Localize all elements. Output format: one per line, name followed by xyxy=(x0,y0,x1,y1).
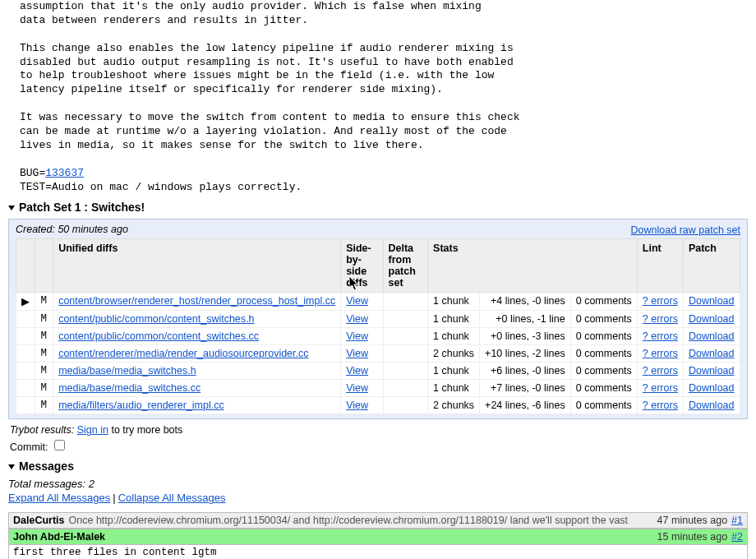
lint-errors-link[interactable]: ? errors xyxy=(643,382,678,394)
view-link[interactable]: View xyxy=(346,400,368,411)
download-patch-link[interactable]: Download xyxy=(689,400,735,411)
download-patch-link[interactable]: Download xyxy=(689,348,735,359)
chevron-down-icon xyxy=(8,206,15,210)
stats-delta: +24 lines, -6 lines xyxy=(480,397,571,414)
download-raw-link[interactable]: Download raw patch set xyxy=(631,224,740,236)
download-patch-link[interactable]: Download xyxy=(689,295,735,307)
commit-checkbox[interactable] xyxy=(54,440,65,450)
file-path-link[interactable]: content/renderer/media/render_audiosourc… xyxy=(58,348,308,359)
lint-errors-link[interactable]: ? errors xyxy=(643,295,678,307)
trybot-signin-link[interactable]: Sign in xyxy=(77,424,108,436)
message-anchor-link[interactable]: #1 xyxy=(731,515,743,526)
stats-chunks: 2 chunks xyxy=(428,345,480,363)
message-anchor-link[interactable]: #2 xyxy=(731,531,743,543)
download-patch-link[interactable]: Download xyxy=(689,365,735,377)
col-delta: Delta from patch set xyxy=(383,239,428,293)
table-row: ▶Mcontent/browser/renderer_host/render_p… xyxy=(16,293,740,311)
message-age: 15 minutes ago xyxy=(657,531,727,543)
stats-chunks: 1 chunk xyxy=(428,363,480,380)
stats-comments: 0 comments xyxy=(570,293,637,311)
lint-errors-link[interactable]: ? errors xyxy=(643,313,678,325)
message-snippet: Once http://codereview.chromium.org/1115… xyxy=(69,515,653,526)
trybot-results: Trybot results: Sign in to try more bots xyxy=(10,424,748,436)
file-path-link[interactable]: media/filters/audio_renderer_impl.cc xyxy=(58,400,224,411)
stats-comments: 0 comments xyxy=(570,311,637,328)
view-link[interactable]: View xyxy=(346,348,368,359)
expand-row-icon[interactable] xyxy=(16,363,35,380)
expand-row-icon[interactable] xyxy=(16,311,35,328)
stats-comments: 0 comments xyxy=(570,328,637,345)
view-link[interactable]: View xyxy=(346,365,368,377)
commit-row: Commit: xyxy=(10,437,748,453)
patchset-created: Created: 50 minutes ago xyxy=(16,224,128,235)
file-path-link[interactable]: media/base/media_switches.cc xyxy=(58,382,201,394)
messages-controls: Expand All Messages|Collapse All Message… xyxy=(8,492,748,504)
table-row: Mcontent/public/common/content_switches.… xyxy=(16,311,740,328)
stats-chunks: 1 chunk xyxy=(428,380,480,397)
stats-delta: +10 lines, -2 lines xyxy=(480,345,571,363)
message-header[interactable]: DaleCurtisOnce http://codereview.chromiu… xyxy=(8,512,748,529)
expand-row-icon[interactable] xyxy=(16,345,35,363)
view-link[interactable]: View xyxy=(346,330,368,342)
download-patch-link[interactable]: Download xyxy=(689,330,735,342)
file-status: M xyxy=(35,293,53,311)
file-path-link[interactable]: content/public/common/content_switches.c… xyxy=(58,330,259,342)
stats-chunks: 1 chunk xyxy=(428,293,480,311)
commit-description: assumption that it's the only audio prov… xyxy=(8,0,748,194)
col-unified: Unified diffs xyxy=(53,239,341,293)
expand-row-icon[interactable] xyxy=(16,328,35,345)
lint-errors-link[interactable]: ? errors xyxy=(643,348,678,359)
expand-row-icon[interactable]: ▶ xyxy=(16,293,35,311)
file-status: M xyxy=(35,328,53,345)
message-age: 47 minutes ago xyxy=(657,515,727,526)
table-row: Mcontent/public/common/content_switches.… xyxy=(16,328,740,345)
stats-delta: +4 lines, -0 lines xyxy=(480,293,571,311)
lint-errors-link[interactable]: ? errors xyxy=(643,400,678,411)
expand-all-link[interactable]: Expand All Messages xyxy=(8,492,110,504)
stats-comments: 0 comments xyxy=(570,380,637,397)
file-path-link[interactable]: content/browser/renderer_host/render_pro… xyxy=(58,295,335,307)
view-link[interactable]: View xyxy=(346,295,368,307)
messages-total: Total messages: 2 xyxy=(8,478,748,490)
message-author: DaleCurtis xyxy=(13,515,65,526)
message-header[interactable]: John Abd-El-Malek15 minutes ago#2 xyxy=(8,529,748,545)
messages-heading[interactable]: Messages xyxy=(8,460,748,473)
lint-errors-link[interactable]: ? errors xyxy=(643,365,678,377)
col-patch: Patch xyxy=(683,239,740,293)
file-path-link[interactable]: media/base/media_switches.h xyxy=(58,365,196,377)
file-status: M xyxy=(35,380,53,397)
bug-link[interactable]: 133637 xyxy=(45,167,84,179)
col-stats: Stats xyxy=(428,239,638,293)
view-link[interactable]: View xyxy=(346,382,368,394)
stats-comments: 0 comments xyxy=(570,345,637,363)
table-row: Mmedia/filters/audio_renderer_impl.ccVie… xyxy=(16,397,740,414)
stats-delta: +0 lines, -3 lines xyxy=(480,328,571,345)
table-row: Mmedia/base/media_switches.ccView1 chunk… xyxy=(16,380,740,397)
lint-errors-link[interactable]: ? errors xyxy=(643,330,678,342)
collapse-all-link[interactable]: Collapse All Messages xyxy=(118,492,226,504)
expand-row-icon[interactable] xyxy=(16,380,35,397)
stats-comments: 0 comments xyxy=(570,363,637,380)
stats-comments: 0 comments xyxy=(570,397,637,414)
stats-chunks: 2 chunks xyxy=(428,397,480,414)
expand-row-icon[interactable] xyxy=(16,397,35,414)
stats-delta: +6 lines, -0 lines xyxy=(480,363,571,380)
file-path-link[interactable]: content/public/common/content_switches.h xyxy=(58,313,254,325)
patchset-heading[interactable]: Patch Set 1 : Switches! xyxy=(8,201,748,214)
chevron-down-icon xyxy=(8,464,15,469)
stats-chunks: 1 chunk xyxy=(428,311,480,328)
file-status: M xyxy=(35,311,53,328)
download-patch-link[interactable]: Download xyxy=(689,382,735,394)
view-link[interactable]: View xyxy=(346,313,368,325)
stats-delta: +0 lines, -1 line xyxy=(480,311,571,328)
file-status: M xyxy=(35,397,53,414)
download-patch-link[interactable]: Download xyxy=(689,313,735,325)
stats-chunks: 1 chunk xyxy=(428,328,480,345)
table-row: Mmedia/base/media_switches.hView1 chunk+… xyxy=(16,363,740,380)
table-row: Mcontent/renderer/media/render_audiosour… xyxy=(16,345,740,363)
col-sbs: Side-by-side diffs xyxy=(341,239,383,293)
stats-delta: +7 lines, -0 lines xyxy=(480,380,571,397)
file-status: M xyxy=(35,345,53,363)
col-lint: Lint xyxy=(637,239,683,293)
patchset-box: Created: 50 minutes ago Download raw pat… xyxy=(8,219,748,419)
